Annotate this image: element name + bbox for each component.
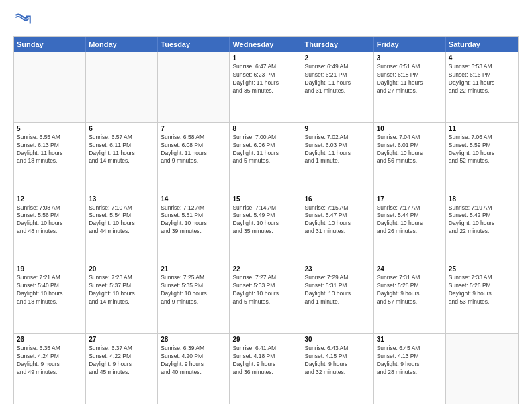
calendar-row-3: 19Sunrise: 7:21 AMSunset: 5:40 PMDayligh…	[14, 263, 518, 333]
cell-line: Sunrise: 6:57 AM	[89, 134, 154, 142]
cal-cell: 27Sunrise: 6:37 AMSunset: 4:22 PMDayligh…	[86, 334, 158, 404]
cell-info: Sunrise: 7:33 AMSunset: 5:26 PMDaylight:…	[449, 274, 515, 306]
cell-line: and 36 minutes.	[232, 369, 298, 377]
cal-cell: 15Sunrise: 7:14 AMSunset: 5:49 PMDayligh…	[230, 193, 302, 263]
cal-cell: 22Sunrise: 7:27 AMSunset: 5:33 PMDayligh…	[230, 263, 302, 333]
cell-info: Sunrise: 6:49 AMSunset: 6:21 PMDaylight:…	[305, 63, 371, 95]
header	[13, 12, 519, 31]
logo	[13, 12, 34, 31]
cell-line: and 48 minutes.	[17, 228, 83, 236]
cell-line: and 14 minutes.	[89, 298, 154, 306]
cell-line: Sunset: 4:18 PM	[232, 353, 298, 361]
cal-cell: 2Sunrise: 6:49 AMSunset: 6:21 PMDaylight…	[302, 52, 374, 122]
cell-line: Sunrise: 6:55 AM	[17, 134, 83, 142]
cell-line: Daylight: 10 hours	[377, 220, 443, 228]
cell-line: Sunset: 4:20 PM	[161, 353, 226, 361]
cell-line: Daylight: 10 hours	[89, 290, 154, 298]
cell-info: Sunrise: 6:58 AMSunset: 6:08 PMDaylight:…	[161, 134, 226, 166]
cell-line: Sunset: 5:54 PM	[89, 212, 154, 220]
cell-line: Sunrise: 6:49 AM	[305, 63, 371, 71]
cal-cell	[158, 52, 230, 122]
cell-line: Sunrise: 7:04 AM	[377, 134, 443, 142]
cell-line: Daylight: 9 hours	[377, 290, 443, 298]
day-number: 19	[17, 265, 83, 273]
page: SundayMondayTuesdayWednesdayThursdayFrid…	[0, 0, 532, 411]
cell-line: Sunset: 5:42 PM	[449, 212, 515, 220]
cell-line: Sunset: 5:56 PM	[17, 212, 83, 220]
cell-info: Sunrise: 7:23 AMSunset: 5:37 PMDaylight:…	[89, 274, 154, 306]
cell-line: Sunset: 6:11 PM	[89, 142, 154, 150]
cal-cell: 3Sunrise: 6:51 AMSunset: 6:18 PMDaylight…	[374, 52, 446, 122]
cell-info: Sunrise: 7:14 AMSunset: 5:49 PMDaylight:…	[232, 204, 298, 236]
cell-line: Daylight: 10 hours	[161, 220, 226, 228]
cal-cell: 20Sunrise: 7:23 AMSunset: 5:37 PMDayligh…	[86, 263, 158, 333]
cell-info: Sunrise: 7:00 AMSunset: 6:06 PMDaylight:…	[232, 134, 298, 166]
cell-line: and 28 minutes.	[377, 369, 443, 377]
cal-cell: 25Sunrise: 7:33 AMSunset: 5:26 PMDayligh…	[446, 263, 518, 333]
cell-info: Sunrise: 7:17 AMSunset: 5:44 PMDaylight:…	[377, 204, 443, 236]
cell-line: Daylight: 11 hours	[377, 79, 443, 87]
cell-line: Sunset: 4:22 PM	[89, 353, 154, 361]
cell-line: Sunrise: 7:21 AM	[17, 274, 83, 282]
cell-line: Daylight: 10 hours	[232, 290, 298, 298]
weekday-header-monday: Monday	[86, 37, 158, 52]
cell-info: Sunrise: 7:21 AMSunset: 5:40 PMDaylight:…	[17, 274, 83, 306]
cell-line: Sunset: 5:35 PM	[161, 282, 226, 290]
cell-line: and 44 minutes.	[89, 228, 154, 236]
cell-line: Daylight: 10 hours	[305, 290, 371, 298]
weekday-header-tuesday: Tuesday	[158, 37, 230, 52]
cell-line: Sunset: 5:49 PM	[232, 212, 298, 220]
day-number: 15	[232, 195, 298, 203]
day-number: 7	[161, 125, 226, 132]
cell-info: Sunrise: 6:37 AMSunset: 4:22 PMDaylight:…	[89, 345, 154, 377]
weekday-header-friday: Friday	[374, 37, 446, 52]
cal-cell: 7Sunrise: 6:58 AMSunset: 6:08 PMDaylight…	[158, 123, 230, 193]
cell-line: Daylight: 9 hours	[17, 361, 83, 369]
cell-line: Sunset: 6:01 PM	[377, 142, 443, 150]
cell-line: Sunrise: 6:35 AM	[17, 345, 83, 353]
calendar-row-2: 12Sunrise: 7:08 AMSunset: 5:56 PMDayligh…	[14, 193, 518, 263]
cell-line: Sunrise: 7:08 AM	[17, 204, 83, 212]
cal-cell	[86, 52, 158, 122]
day-number: 30	[305, 336, 371, 343]
cell-line: and 26 minutes.	[377, 228, 443, 236]
cell-line: Sunrise: 6:58 AM	[161, 134, 226, 142]
cell-line: and 40 minutes.	[161, 369, 226, 377]
cell-line: and 52 minutes.	[449, 157, 515, 165]
day-number: 18	[449, 195, 515, 203]
cell-line: Sunset: 5:59 PM	[449, 142, 515, 150]
weekday-header-sunday: Sunday	[14, 37, 86, 52]
cell-info: Sunrise: 7:19 AMSunset: 5:42 PMDaylight:…	[449, 204, 515, 236]
cell-line: and 56 minutes.	[377, 157, 443, 165]
cal-cell: 30Sunrise: 6:43 AMSunset: 4:15 PMDayligh…	[302, 334, 374, 404]
day-number: 12	[17, 195, 83, 203]
cell-line: Daylight: 10 hours	[89, 220, 154, 228]
day-number: 22	[232, 265, 298, 273]
cal-cell: 10Sunrise: 7:04 AMSunset: 6:01 PMDayligh…	[374, 123, 446, 193]
cal-cell: 26Sunrise: 6:35 AMSunset: 4:24 PMDayligh…	[14, 334, 86, 404]
cell-line: and 35 minutes.	[232, 228, 298, 236]
day-number: 29	[232, 336, 298, 343]
cell-line: Sunrise: 6:53 AM	[449, 63, 515, 71]
cell-line: Sunset: 5:37 PM	[89, 282, 154, 290]
day-number: 3	[377, 54, 443, 62]
cell-line: Daylight: 10 hours	[449, 220, 515, 228]
cell-line: Sunset: 4:15 PM	[305, 353, 371, 361]
weekday-header-wednesday: Wednesday	[230, 37, 302, 52]
cell-line: and 53 minutes.	[449, 298, 515, 306]
day-number: 20	[89, 265, 154, 273]
cell-line: Sunrise: 7:15 AM	[305, 204, 371, 212]
cal-cell: 6Sunrise: 6:57 AMSunset: 6:11 PMDaylight…	[86, 123, 158, 193]
cal-cell: 19Sunrise: 7:21 AMSunset: 5:40 PMDayligh…	[14, 263, 86, 333]
day-number: 26	[17, 336, 83, 343]
day-number: 1	[232, 54, 298, 62]
cell-line: Sunrise: 6:43 AM	[305, 345, 371, 353]
cell-line: Daylight: 11 hours	[17, 150, 83, 158]
day-number: 17	[377, 195, 443, 203]
day-number: 28	[161, 336, 226, 343]
cell-line: Sunset: 6:16 PM	[449, 71, 515, 79]
cell-line: Daylight: 10 hours	[232, 220, 298, 228]
cell-line: Daylight: 11 hours	[305, 150, 371, 158]
cell-line: Sunrise: 6:45 AM	[377, 345, 443, 353]
cell-line: Sunrise: 7:14 AM	[232, 204, 298, 212]
